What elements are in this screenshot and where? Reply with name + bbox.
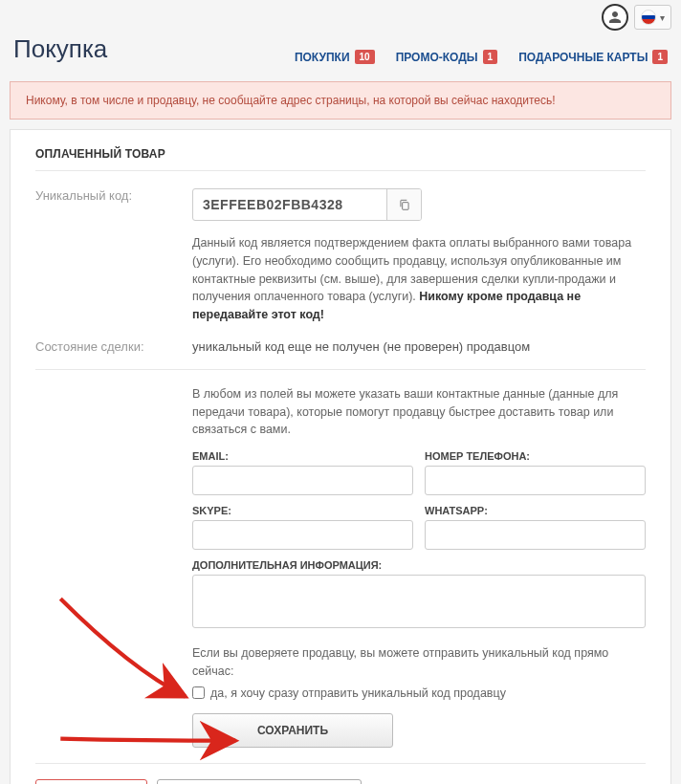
flag-icon <box>641 10 656 25</box>
language-selector[interactable]: ▾ <box>634 5 671 30</box>
email-field[interactable] <box>192 466 413 495</box>
unique-code-box: 3EFFEEB02FBB4328 <box>192 188 422 221</box>
avatar[interactable] <box>602 4 628 31</box>
whatsapp-field[interactable] <box>425 520 646 550</box>
warning-alert: Никому, в том числе и продавцу, не сообщ… <box>10 81 671 120</box>
badge: 10 <box>355 50 375 64</box>
tab-label: ПРОМО-КОДЫ <box>396 51 478 64</box>
instructions-button[interactable]: ИНСТРУКЦИЯ ПО ИСПОЛЬЗОВАНИЮ <box>157 779 362 785</box>
copy-icon <box>398 198 411 211</box>
skype-label: SKYPE: <box>192 505 413 516</box>
complain-button[interactable]: ПОЖАЛОВАТЬСЯ <box>35 779 147 785</box>
send-code-checkbox[interactable] <box>192 686 205 699</box>
unique-code-value: 3EFFEEB02FBB4328 <box>193 189 386 220</box>
phone-field[interactable] <box>425 466 646 495</box>
save-button[interactable]: СОХРАНИТЬ <box>192 713 393 748</box>
trust-text: Если вы доверяете продавцу, вы можете от… <box>192 644 646 681</box>
extra-info-field[interactable] <box>192 575 646 628</box>
chevron-down-icon: ▾ <box>660 12 665 23</box>
phone-label: НОМЕР ТЕЛЕФОНА: <box>425 450 646 462</box>
code-label: Уникальный код: <box>35 188 179 324</box>
skype-field[interactable] <box>192 520 413 550</box>
tab-label: ПОКУПКИ <box>295 51 350 64</box>
badge: 1 <box>652 50 668 64</box>
badge: 1 <box>483 50 498 64</box>
whatsapp-label: WHATSAPP: <box>425 505 646 516</box>
status-label: Состояние сделки: <box>35 339 179 354</box>
status-value: уникальный код еще не получен (не провер… <box>192 339 646 354</box>
section-title: ОПЛАЧЕННЫЙ ТОВАР <box>35 147 646 171</box>
tab-giftcards[interactable]: ПОДАРОЧНЫЕ КАРТЫ 1 <box>518 50 668 64</box>
checkbox-label: да, я хочу сразу отправить уникальный ко… <box>210 686 506 700</box>
tab-promocodes[interactable]: ПРОМО-КОДЫ 1 <box>396 50 498 64</box>
page-title: Покупка <box>13 34 107 64</box>
code-description: Данный код является подтверждением факта… <box>192 234 646 324</box>
contact-intro: В любом из полей вы можете указать ваши … <box>192 385 646 439</box>
tab-label: ПОДАРОЧНЫЕ КАРТЫ <box>518 51 648 64</box>
tab-purchases[interactable]: ПОКУПКИ 10 <box>295 50 375 64</box>
svg-rect-0 <box>402 203 407 210</box>
copy-button[interactable] <box>386 189 421 220</box>
extra-label: ДОПОЛНИТЕЛЬНАЯ ИНФОРМАЦИЯ: <box>192 559 646 571</box>
email-label: EMAIL: <box>192 450 413 462</box>
